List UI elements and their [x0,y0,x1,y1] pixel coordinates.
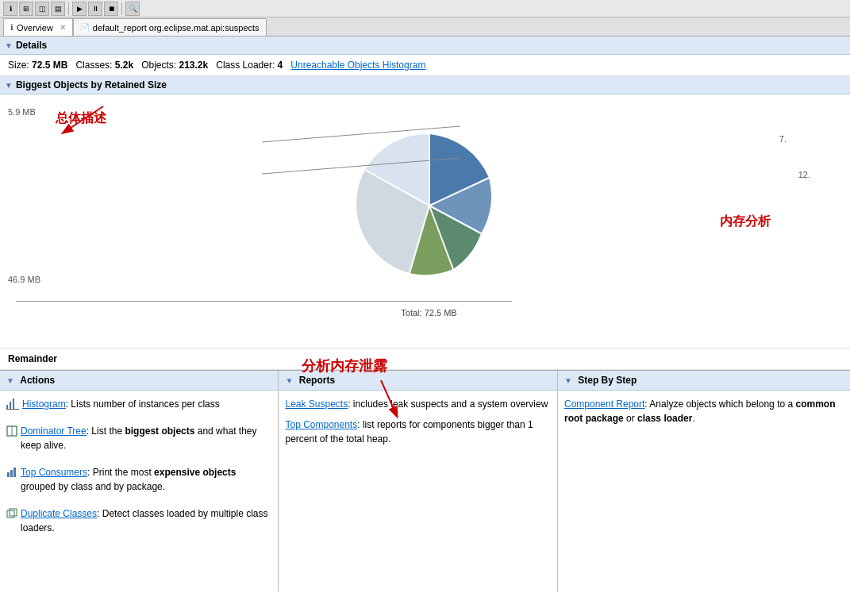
details-header-label: Details [16,40,47,51]
action-duplicate-item: Duplicate Classes: Detect classes loaded… [6,506,271,541]
size-label: Size: [8,60,29,71]
actions-panel: ▼ Actions Histogram: Lists number of ins… [0,371,279,592]
topconsumers-bold: expensive objects [154,467,236,478]
toolbar-btn-2[interactable]: ⊞ [19,2,33,16]
total-label: Total: 72.5 MB [8,308,850,318]
tab-bar: ℹ Overview ✕ 📄 default_report org.eclips… [0,17,850,37]
step-text-after: . [692,413,694,424]
details-section-header: ▼ Details [0,37,850,55]
toolbar-btn-6[interactable]: ⏸ [88,2,102,16]
dominator-text-before: : List the [87,425,125,437]
right-label-1: 7. [779,134,787,144]
duplicate-icon [6,508,17,519]
tab-overview-label: Overview [17,23,53,33]
toolbar-btn-3[interactable]: ◫ [35,2,49,16]
action-dominator-item: Dominator Tree: List the biggest objects… [6,424,271,459]
tab-overview-icon: ℹ [10,23,13,32]
tab-close-icon[interactable]: ✕ [60,23,66,32]
svg-line-9 [262,158,460,174]
actions-header-label: Actions [20,375,55,386]
actions-collapse-icon[interactable]: ▼ [6,376,14,385]
objects-label: Objects: [141,60,176,71]
svg-line-8 [262,126,460,142]
right-label-2: 12. [798,170,810,179]
reports-panel: ▼ Reports Leak Suspects: includes leak s… [279,371,557,592]
chinese-memory-annotation: 内存分析 [720,214,771,230]
svg-rect-15 [10,470,13,477]
toolbar-btn-4[interactable]: ▤ [51,2,65,16]
histogram-desc: : Lists number of instances per class [66,398,220,410]
chinese-leak-annotation: 分析内存泄露 [302,356,387,375]
objects-value: 213.2k [179,60,209,71]
dominator-link[interactable]: Dominator Tree [21,425,87,437]
classloader-label: Class Loader: [216,60,275,71]
step-text-before: : Analyze objects which belong to a [644,398,795,410]
topconsumers-before: : Print the most [87,467,154,478]
details-row: Size: 72.5 MB Classes: 5.2k Objects: 213… [0,55,850,76]
biggest-objects-label: Biggest Objects by Retained Size [16,79,167,90]
toolbar: ℹ ⊞ ◫ ▤ ▶ ⏸ ⏹ 🔍 [0,0,850,17]
step-panel-content: Component Report: Analyze objects which … [558,391,850,438]
toolbar-btn-5[interactable]: ▶ [72,2,87,16]
step-component-item: Component Report: Analyze objects which … [564,397,844,425]
step-bold2: class loader [637,413,692,424]
dominator-icon [6,425,17,437]
action-topconsumers-text: Top Consumers: Print the most expensive … [21,465,271,494]
tab-default-report[interactable]: 📄 default_report org.eclipse.mat.api:sus… [73,18,267,36]
toolbar-btn-1[interactable]: ℹ [3,2,17,16]
svg-line-11 [381,380,397,416]
top-components-link[interactable]: Top Components [285,419,357,430]
step-panel-header: ▼ Step By Step [558,371,850,391]
action-duplicate-text: Duplicate Classes: Detect classes loaded… [21,506,271,535]
classes-value: 5.2k [115,60,133,71]
remainder-label: Remainder [8,353,57,364]
histogram-link[interactable]: Unreachable Objects Histogram [290,60,425,71]
actions-panel-content: Histogram: Lists number of instances per… [0,391,278,554]
actions-panel-header: ▼ Actions [0,371,278,391]
report-leak-item: Leak Suspects: includes leak suspects an… [285,397,550,411]
classes-label: Classes: [75,60,112,71]
dominator-bold: biggest objects [125,425,194,437]
biggest-collapse-triangle[interactable]: ▼ [5,81,13,90]
tab-report-icon: 📄 [80,23,90,32]
reports-collapse-icon[interactable]: ▼ [285,376,293,385]
toolbar-btn-8[interactable]: 🔍 [125,2,140,16]
chart-area: 5.9 MB 46.9 MB 总体描述 [0,94,850,348]
y-label-top: 5.9 MB [8,107,36,117]
topconsumers-after: grouped by class and by package. [21,481,165,492]
svg-rect-18 [10,509,17,516]
action-histogram-item: Histogram: Lists number of instances per… [6,397,271,418]
chart-lines [262,118,500,293]
topconsumers-link[interactable]: Top Consumers [21,467,87,478]
histogram-link-action[interactable]: Histogram [22,398,66,410]
bottom-panels: ▼ Actions Histogram: Lists number of ins… [0,370,850,592]
leak-suspects-link[interactable]: Leak Suspects [285,398,348,410]
step-collapse-icon[interactable]: ▼ [564,376,572,385]
action-topconsumers-item: Top Consumers: Print the most expensive … [6,465,271,500]
histogram-icon [6,398,19,410]
remainder-row: Remainder [0,348,850,370]
reports-panel-content: Leak Suspects: includes leak suspects an… [279,391,556,459]
report-topcomp-item: Top Components: list reports for compone… [285,418,550,446]
tab-report-label: default_report org.eclipse.mat.api:suspe… [93,23,260,33]
svg-rect-14 [7,472,10,477]
step-by-step-panel: ▼ Step By Step Component Report: Analyze… [558,371,850,592]
svg-rect-17 [7,510,14,518]
arrow-leak [365,380,413,428]
tab-overview[interactable]: ℹ Overview ✕ [3,18,73,36]
component-report-link[interactable]: Component Report [564,398,644,410]
topconsumers-icon [6,467,17,478]
details-collapse-triangle[interactable]: ▼ [5,41,13,50]
svg-rect-16 [13,468,16,477]
reports-header-label: Reports [299,375,335,386]
action-dominator-text: Dominator Tree: List the biggest objects… [21,424,271,452]
action-histogram-text: Histogram: Lists number of instances per… [22,397,220,411]
toolbar-btn-7[interactable]: ⏹ [104,2,118,16]
size-value: 72.5 MB [32,60,67,71]
classloader-value: 4 [278,60,283,71]
step-text-middle: or [624,413,637,424]
biggest-objects-header: ▼ Biggest Objects by Retained Size [0,76,850,94]
step-header-label: Step By Step [578,375,637,386]
main-content: ▼ Details Size: 72.5 MB Classes: 5.2k Ob… [0,37,850,616]
duplicate-link[interactable]: Duplicate Classes [21,508,97,519]
